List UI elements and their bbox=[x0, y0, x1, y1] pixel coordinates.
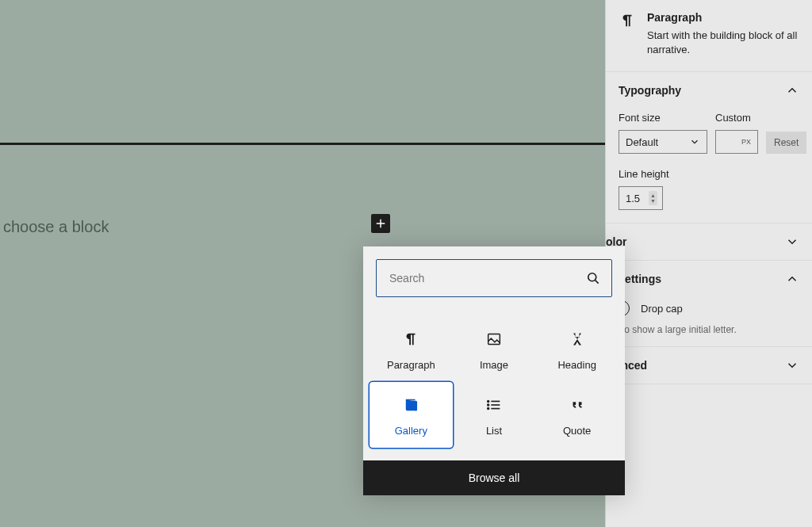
drop-cap-label: Drop cap bbox=[641, 303, 683, 315]
block-item-paragraph[interactable]: Paragraph bbox=[370, 316, 453, 382]
chevron-down-icon bbox=[689, 136, 700, 147]
chevron-down-icon bbox=[785, 235, 799, 249]
block-item-list[interactable]: List bbox=[453, 382, 536, 448]
text-settings-panel-toggle[interactable]: xt settings bbox=[606, 261, 812, 297]
heading-icon bbox=[569, 331, 585, 347]
browse-all-button[interactable]: Browse all bbox=[363, 460, 625, 495]
svg-point-9 bbox=[488, 408, 489, 410]
color-panel-toggle[interactable]: olor bbox=[606, 223, 812, 260]
number-stepper-icon: ▲▼ bbox=[649, 191, 657, 205]
typography-panel: Typography Font size Default Custom px R… bbox=[606, 72, 812, 223]
block-item-heading[interactable]: Heading bbox=[535, 316, 619, 382]
text-settings-panel: xt settings Drop cap ggle to show a larg… bbox=[606, 261, 812, 347]
block-card-title: Paragraph bbox=[647, 11, 799, 24]
line-height-input[interactable]: 1.5 ▲▼ bbox=[619, 186, 663, 210]
gallery-icon bbox=[402, 396, 419, 414]
block-item-image[interactable]: Image bbox=[453, 316, 536, 382]
line-height-label: Line height bbox=[619, 168, 799, 180]
block-card-description: Start with the building block of all nar… bbox=[647, 29, 799, 57]
chevron-down-icon bbox=[785, 358, 799, 372]
reset-button[interactable]: Reset bbox=[766, 132, 806, 154]
block-item-gallery[interactable]: Gallery bbox=[370, 382, 453, 448]
custom-label: Custom bbox=[715, 112, 758, 124]
drop-cap-hint: ggle to show a large initial letter. bbox=[601, 324, 812, 346]
typography-panel-toggle[interactable]: Typography bbox=[606, 72, 812, 109]
chevron-up-icon bbox=[785, 83, 799, 97]
font-size-label: Font size bbox=[619, 112, 707, 124]
block-grid: Paragraph Image Heading Gallery List Quo… bbox=[363, 310, 625, 460]
settings-sidebar: Paragraph Start with the building block … bbox=[605, 0, 812, 527]
color-panel: olor bbox=[606, 223, 812, 261]
advanced-panel-toggle[interactable]: lvanced bbox=[606, 347, 812, 384]
custom-size-input[interactable]: px bbox=[715, 130, 758, 154]
paragraph-icon bbox=[402, 330, 419, 348]
separator-line bbox=[0, 143, 605, 145]
inserter-search-wrap bbox=[363, 246, 625, 310]
plus-icon bbox=[373, 216, 388, 231]
add-block-button[interactable] bbox=[371, 214, 390, 233]
font-size-select[interactable]: Default bbox=[619, 130, 707, 154]
svg-point-8 bbox=[488, 404, 489, 406]
advanced-panel: lvanced bbox=[606, 347, 812, 384]
svg-point-7 bbox=[488, 401, 489, 403]
block-item-quote[interactable]: Quote bbox=[535, 382, 619, 448]
chevron-up-icon bbox=[785, 272, 799, 286]
block-inserter-popover: Paragraph Image Heading Gallery List Quo… bbox=[363, 246, 625, 495]
block-card: Paragraph Start with the building block … bbox=[606, 0, 812, 72]
image-icon bbox=[485, 330, 503, 348]
search-input[interactable] bbox=[376, 259, 612, 297]
block-placeholder[interactable]: choose a block bbox=[3, 218, 109, 236]
quote-icon bbox=[569, 396, 586, 414]
paragraph-icon bbox=[619, 12, 636, 32]
list-icon bbox=[485, 396, 503, 414]
